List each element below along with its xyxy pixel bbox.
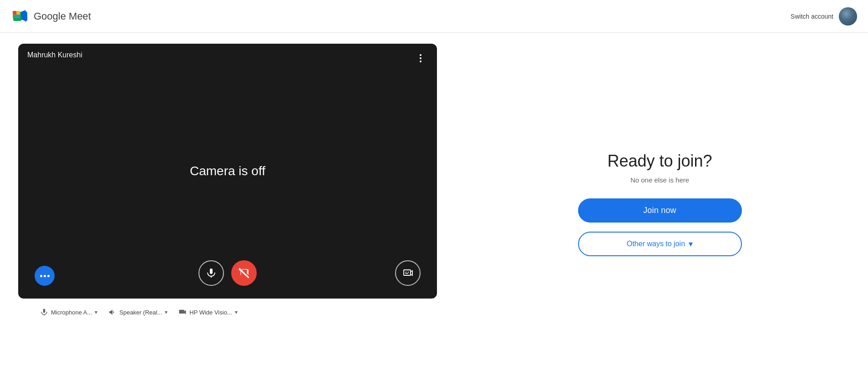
avatar-image: [839, 7, 857, 25]
camera-selector[interactable]: HP Wide Visio... ▾: [175, 306, 241, 318]
video-preview: Mahrukh Kureshi Camera is off: [18, 44, 437, 299]
other-ways-label: Other ways to join: [627, 240, 685, 248]
speaker-dropdown-icon: ▾: [165, 309, 168, 315]
header-left: Google Meet: [11, 7, 91, 25]
visual-effects-button[interactable]: [395, 260, 421, 286]
speaker-label: Speaker (Real...: [119, 309, 162, 316]
right-panel: Ready to join? No one else is here Join …: [452, 33, 868, 375]
camera-dropdown-icon: ▾: [235, 309, 238, 315]
camera-toolbar-icon: [178, 308, 187, 316]
mic-toolbar-icon: [40, 308, 48, 316]
join-now-button[interactable]: Join now: [578, 198, 742, 223]
left-panel: Mahrukh Kureshi Camera is off: [0, 33, 452, 375]
google-meet-logo-icon: [11, 7, 29, 25]
camera-label: HP Wide Visio...: [189, 309, 232, 316]
app-title: Google Meet: [34, 10, 91, 22]
camera-toggle-button[interactable]: [231, 260, 257, 286]
svg-point-14: [408, 272, 409, 273]
microphone-label: Microphone A...: [51, 309, 92, 316]
speaker-toolbar-icon: [108, 308, 117, 316]
three-dots-icon: [420, 54, 421, 62]
video-controls: [18, 260, 437, 286]
video-top-bar: Mahrukh Kureshi: [18, 44, 437, 73]
camera-off-label: Camera is off: [190, 164, 265, 178]
microphone-icon: [206, 268, 217, 279]
participant-name: Mahrukh Kureshi: [27, 51, 82, 59]
main-content: Mahrukh Kureshi Camera is off: [0, 33, 868, 375]
mic-dropdown-icon: ▾: [95, 309, 97, 315]
header: Google Meet Switch account: [0, 0, 868, 33]
avatar[interactable]: [839, 7, 857, 25]
camera-off-icon: [238, 267, 250, 279]
svg-rect-10: [16, 15, 20, 18]
microphone-selector[interactable]: Microphone A... ▾: [36, 306, 101, 318]
bottom-toolbar: Microphone A... ▾ Speaker (Real... ▾ HP …: [18, 299, 437, 326]
effects-icon: [402, 268, 413, 279]
svg-rect-9: [13, 15, 16, 18]
video-more-options-button[interactable]: [413, 51, 428, 66]
header-right: Switch account: [791, 7, 857, 25]
other-ways-button[interactable]: Other ways to join ▾: [578, 232, 742, 256]
svg-rect-15: [179, 310, 184, 314]
microphone-toggle-button[interactable]: [198, 260, 224, 286]
chevron-down-icon: ▾: [689, 239, 693, 249]
svg-rect-13: [404, 270, 411, 275]
speaker-selector[interactable]: Speaker (Real... ▾: [105, 306, 171, 318]
switch-account-button[interactable]: Switch account: [791, 13, 833, 20]
ready-title: Ready to join?: [607, 152, 712, 171]
effects-button-container: [395, 260, 421, 286]
svg-rect-8: [16, 11, 20, 15]
svg-rect-7: [13, 11, 16, 15]
no-one-text: No one else is here: [630, 176, 689, 184]
